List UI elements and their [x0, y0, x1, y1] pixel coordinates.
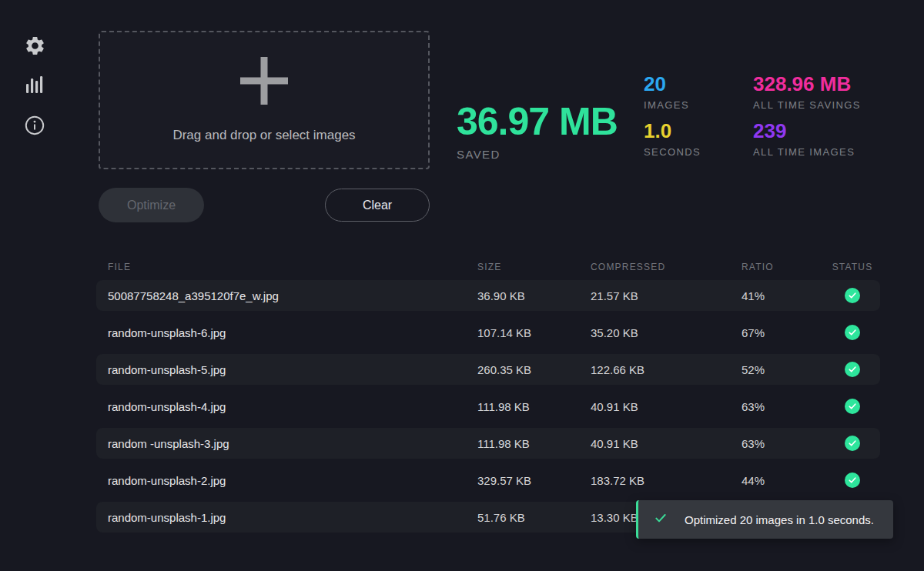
toast-message: Optimized 20 images in 1.0 seconds.	[685, 513, 874, 526]
table-row: random-unsplash-6.jpg 107.14 KB 35.20 KB…	[96, 317, 880, 348]
header-status: STATUS	[834, 262, 880, 272]
file-size: 36.90 KB	[477, 289, 591, 302]
file-ratio: 44%	[742, 474, 834, 487]
bar-chart-icon	[23, 73, 46, 99]
stat-column-alltime: 328.96 MB ALL TIME SAVINGS 239 ALL TIME …	[753, 74, 907, 168]
info-icon	[24, 115, 45, 139]
file-ratio: 63%	[742, 400, 834, 413]
about-button[interactable]	[22, 113, 48, 139]
header-file: FILE	[96, 262, 477, 272]
saved-label: SAVED	[457, 148, 618, 161]
image-optimizer-app: Drag and drop or select images 36.97 MB …	[0, 0, 924, 571]
status-check-icon	[845, 399, 860, 414]
clear-button[interactable]: Clear	[325, 189, 430, 222]
table-row: 50087758248_a395120f7e_w.jpg 36.90 KB 21…	[96, 280, 880, 311]
file-size: 329.57 KB	[477, 474, 591, 487]
file-name: random-unsplash-5.jpg	[96, 363, 477, 376]
table-row: random-unsplash-4.jpg 111.98 KB 40.91 KB…	[96, 391, 880, 422]
stats-button[interactable]	[22, 72, 48, 99]
table-header: FILE SIZE COMPRESSED RATIO STATUS	[96, 255, 880, 279]
toast-notification: Optimized 20 images in 1.0 seconds.	[636, 500, 893, 539]
file-compressed: 21.57 KB	[591, 289, 742, 302]
file-name: random-unsplash-4.jpg	[96, 400, 477, 413]
check-icon	[638, 512, 667, 527]
plus-icon	[240, 57, 288, 108]
file-ratio: 67%	[742, 326, 834, 339]
file-ratio: 41%	[742, 289, 834, 302]
stat-alltime-images: 239 ALL TIME IMAGES	[753, 121, 907, 158]
status-check-icon	[845, 288, 860, 303]
status-check-icon	[845, 472, 860, 488]
alltime-images-label: ALL TIME IMAGES	[753, 146, 907, 158]
saved-value: 36.97 MB	[457, 102, 618, 141]
file-ratio: 52%	[742, 363, 834, 376]
table-row: random-unsplash-5.jpg 260.35 KB 122.66 K…	[96, 354, 880, 385]
file-name: random-unsplash-1.jpg	[96, 511, 477, 524]
stat-alltime-savings: 328.96 MB ALL TIME SAVINGS	[753, 74, 907, 111]
file-compressed: 40.91 KB	[591, 437, 742, 450]
table-row: random -unsplash-3.jpg 111.98 KB 40.91 K…	[96, 428, 880, 459]
stat-saved: 36.97 MB SAVED	[457, 102, 618, 161]
file-compressed: 122.66 KB	[591, 363, 742, 376]
file-size: 111.98 KB	[477, 437, 591, 450]
results-table: FILE SIZE COMPRESSED RATIO STATUS 500877…	[96, 255, 880, 539]
file-compressed: 40.91 KB	[591, 400, 742, 413]
header-compressed: COMPRESSED	[591, 262, 742, 272]
header-ratio: RATIO	[742, 262, 834, 272]
table-row: random-unsplash-2.jpg 329.57 KB 183.72 K…	[96, 465, 880, 496]
header-size: SIZE	[477, 262, 591, 272]
file-size: 51.76 KB	[477, 511, 591, 524]
alltime-savings-label: ALL TIME SAVINGS	[753, 99, 907, 111]
settings-button[interactable]	[22, 34, 48, 60]
status-check-icon	[845, 436, 860, 451]
file-name: random -unsplash-3.jpg	[96, 437, 477, 450]
file-ratio: 63%	[742, 437, 834, 450]
file-name: random-unsplash-6.jpg	[96, 326, 477, 339]
file-name: random-unsplash-2.jpg	[96, 474, 477, 487]
file-name: 50087758248_a395120f7e_w.jpg	[96, 289, 477, 302]
alltime-savings-value: 328.96 MB	[753, 74, 907, 94]
file-compressed: 35.20 KB	[591, 326, 742, 339]
dropzone-label: Drag and drop or select images	[172, 128, 355, 143]
file-size: 260.35 KB	[477, 363, 591, 376]
file-size: 107.14 KB	[477, 326, 591, 339]
file-compressed: 183.72 KB	[591, 474, 742, 487]
status-check-icon	[845, 362, 860, 377]
gear-icon	[24, 35, 46, 59]
status-check-icon	[845, 325, 860, 340]
optimize-button[interactable]: Optimize	[99, 188, 204, 222]
alltime-images-value: 239	[753, 121, 907, 141]
file-size: 111.98 KB	[477, 400, 591, 413]
dropzone[interactable]: Drag and drop or select images	[99, 31, 430, 169]
